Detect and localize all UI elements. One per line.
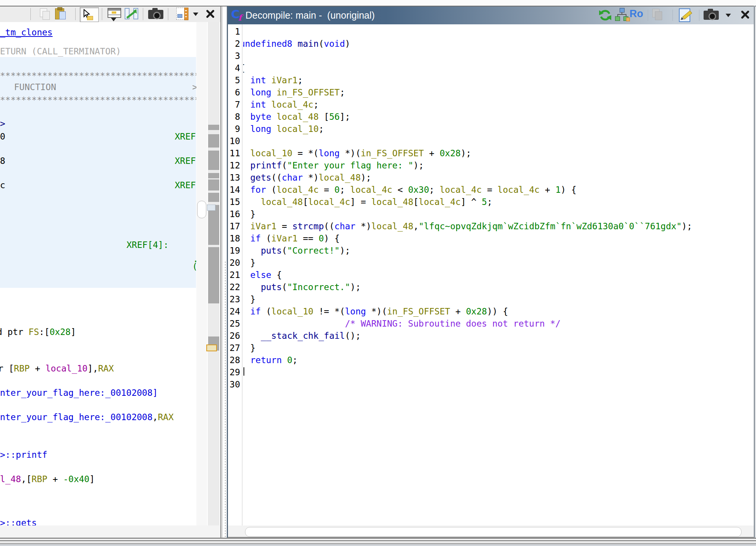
listing-line[interactable]: ( — [192, 262, 196, 271]
cursor-tool-button[interactable] — [80, 7, 99, 22]
line-number: 18 — [229, 233, 240, 243]
decompile-code-line[interactable]: else { — [243, 270, 282, 280]
copy-icon-disabled[interactable] — [652, 9, 663, 20]
listing-line[interactable]: r [RBP + local_10],RAX — [0, 363, 114, 373]
decompile-code-line[interactable]: local_10 = *(long *)(in_FS_OFFSET + 0x28… — [243, 148, 471, 158]
listing-line[interactable]: XREF — [175, 132, 196, 141]
decompile-code-line[interactable]: undefined8 main(void) — [243, 39, 350, 49]
toolbar-menu-arrow[interactable] — [193, 13, 198, 16]
decompile-title: Decompile: main - (unoriginal) — [245, 10, 375, 21]
decompile-code-line[interactable]: if (iVar1 == 0) { — [243, 233, 340, 243]
decompile-code-line[interactable]: gets((char *)local_48); — [243, 173, 371, 183]
listing-marker-margin[interactable] — [208, 22, 220, 525]
listing-line[interactable]: FUNCTION — [14, 82, 56, 92]
listing-line[interactable]: l_48,[RBP + -0x40] — [0, 474, 95, 484]
listing-line[interactable]: d ptr FS:[0x28] — [0, 327, 76, 337]
toolbar-separator — [143, 8, 143, 20]
line-number: 20 — [229, 258, 240, 268]
listing-vscrollbar-track[interactable] — [196, 22, 207, 525]
listing-line[interactable]: XREF[4]: — [127, 240, 169, 250]
listing-line[interactable]: c — [0, 180, 5, 190]
camera-icon[interactable] — [148, 8, 163, 20]
diff-view-icon[interactable] — [125, 8, 138, 20]
decompile-hscrollbar-thumb[interactable] — [245, 527, 742, 537]
listing-line[interactable]: >::gets — [0, 518, 37, 526]
copy-icon[interactable] — [40, 8, 51, 20]
decompile-code-line[interactable]: } — [243, 343, 256, 353]
toolbar-separator — [102, 8, 102, 20]
listing-line[interactable]: >::printf — [0, 450, 47, 460]
decompile-code-line[interactable]: byte local_48 [56]; — [243, 112, 350, 122]
decompile-code-line[interactable]: puts("Incorrect."); — [243, 282, 361, 292]
decompile-code-line[interactable]: } — [243, 209, 256, 219]
listing-cursor-marker[interactable] — [206, 344, 217, 351]
marker-block[interactable] — [208, 205, 219, 245]
decompile-code-line[interactable]: long in_FS_OFFSET; — [243, 87, 345, 97]
line-number: 8 — [235, 112, 240, 122]
line-number: 6 — [235, 87, 240, 97]
decompile-code-line[interactable]: int iVar1; — [243, 75, 303, 85]
listing-hscrollbar-track[interactable] — [0, 525, 220, 538]
line-number: 25 — [229, 319, 240, 329]
decompile-code-line[interactable]: long local_10; — [243, 124, 324, 134]
line-number: 17 — [229, 221, 240, 231]
toolbar-separator — [699, 10, 699, 21]
line-number: 10 — [229, 136, 240, 146]
listing-line[interactable]: ETURN (CALL_TERMINATOR) — [0, 46, 121, 56]
marker-block[interactable] — [208, 173, 219, 178]
decompile-code-line[interactable]: if (local_10 != *(long *)(in_FS_OFFSET +… — [243, 306, 508, 316]
decompile-code-line[interactable]: /* WARNING: Subroutine does not return *… — [243, 319, 561, 329]
line-number: 14 — [229, 185, 240, 195]
decompile-code-line[interactable]: for (local_4c = 0; local_4c < 0x30; loca… — [243, 185, 576, 195]
decompile-code-line[interactable]: } — [243, 258, 256, 268]
page-layout-icon[interactable] — [176, 8, 188, 20]
decompile-code-line[interactable]: } — [243, 294, 256, 304]
listing-line[interactable]: > — [192, 82, 196, 92]
decompile-code-line[interactable]: puts("Correct!"); — [243, 246, 350, 256]
edit-fields-icon[interactable] — [108, 8, 120, 21]
decompile-code[interactable]: undefined8 main(void){ int iVar1; long i… — [243, 24, 754, 525]
line-number: 22 — [229, 282, 240, 292]
listing-vscrollbar-thumb[interactable] — [197, 201, 206, 218]
listing-line[interactable]: XREF — [175, 156, 196, 166]
text-caret — [244, 367, 244, 376]
copy-page-front — [43, 11, 50, 20]
listing-line[interactable]: **************************************** — [0, 95, 196, 105]
listing-line[interactable]: 8 — [0, 156, 5, 166]
edit-icon[interactable] — [679, 8, 693, 21]
panel-divider[interactable] — [225, 262, 226, 538]
fields-table — [108, 8, 121, 18]
decompile-close-icon[interactable] — [740, 10, 751, 21]
decompile-code-line[interactable]: iVar1 = strcmp((char *)local_48,"lfqc~op… — [243, 221, 692, 231]
listing-line[interactable]: _tm_clones — [0, 27, 52, 37]
line-number: 5 — [235, 75, 240, 85]
titlebar-menu-arrow[interactable] — [726, 14, 731, 17]
listing-line[interactable]: nter_your_flag_here:_00102008,RAX — [0, 412, 174, 422]
decompile-code-line[interactable]: printf("Enter your flag here: "); — [243, 160, 424, 170]
listing-line[interactable]: 0 — [0, 132, 5, 141]
refresh-icon[interactable] — [598, 8, 612, 22]
decompile-titlebar[interactable]: C f Decompile: main - (unoriginal) Ro — [228, 6, 754, 24]
marker-block[interactable] — [208, 193, 219, 202]
paste-icon[interactable] — [55, 7, 66, 19]
listing-line[interactable]: > — [0, 119, 5, 129]
decompile-code-line[interactable]: return 0; — [243, 355, 297, 365]
decompile-code-line[interactable]: local_48[local_4c] = local_48[local_4c] … — [243, 197, 492, 207]
marker-block[interactable] — [208, 125, 219, 130]
decompile-code-line[interactable]: int local_4c; — [243, 100, 319, 110]
listing-line[interactable]: **************************************** — [0, 71, 196, 81]
line-number: 2 — [235, 39, 240, 49]
graph-function-icon[interactable] — [615, 8, 630, 21]
marker-block[interactable] — [208, 134, 219, 148]
listing-line[interactable]: nter_your_flag_here:_00102008] — [0, 388, 158, 398]
decompile-code-line[interactable]: { — [243, 63, 245, 73]
decompile-code-line[interactable]: __stack_chk_fail(); — [243, 331, 361, 341]
listing-content[interactable]: _tm_clonesETURN (CALL_TERMINATOR)*******… — [0, 22, 196, 526]
ro-icon[interactable]: Ro — [629, 8, 643, 20]
camera-icon[interactable] — [704, 8, 719, 21]
listing-line[interactable]: XREF — [175, 180, 196, 190]
marker-block[interactable] — [208, 179, 219, 190]
listing-close-icon[interactable] — [205, 9, 216, 19]
marker-block[interactable] — [208, 151, 219, 170]
marker-block[interactable] — [208, 247, 219, 303]
